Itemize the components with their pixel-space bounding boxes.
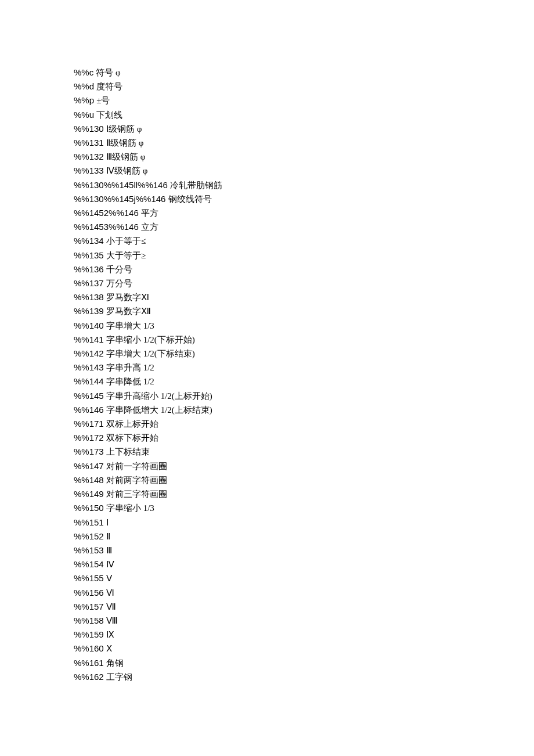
desc-text: Ⅵ <box>106 588 114 597</box>
desc-text: Ⅹ <box>106 644 112 653</box>
desc-text: Ⅱ <box>106 532 110 541</box>
line-item: %%143 字串升高 1/2 <box>74 361 534 375</box>
line-item: %%149 对前三字符画圈 <box>74 487 534 501</box>
desc-text: 对前两字符画圈 <box>106 476 167 485</box>
line-item: %%138 罗马数字Ⅺ <box>74 290 534 304</box>
line-item: %%172 双标下标开始 <box>74 431 534 445</box>
line-item: %%p ±号 <box>74 93 534 107</box>
line-item: %%142 字串增大 1/2(下标结束) <box>74 347 534 361</box>
desc-text: 上下标结束 <box>106 447 150 456</box>
line-item: %%135 大于等于≥ <box>74 249 534 262</box>
desc-text: 字串增大 1/2(下标结束) <box>106 349 195 358</box>
code-text: %%157 <box>74 602 104 611</box>
code-text: %%130 <box>74 124 104 134</box>
document-page: %%c 符号 φ%%d 度符号%%p ±号%%u 下划线%%130 Ⅰ级钢筋 φ… <box>0 0 534 684</box>
code-text: %%1452%%146 <box>74 208 139 218</box>
code-text: %%130%%145ll%%146 <box>74 180 168 190</box>
desc-text: 对前一字符画圈 <box>106 462 167 471</box>
code-text: %%141 <box>74 334 104 344</box>
line-item: %%140 字串增大 1/3 <box>74 319 534 333</box>
line-item: %%131 Ⅱ级钢筋 φ <box>74 136 534 150</box>
line-item: %%160 Ⅹ <box>74 642 534 656</box>
line-item: %%146 字串降低增大 1/2(上标结束) <box>74 403 534 417</box>
desc-text: 罗马数字Ⅻ <box>106 307 151 316</box>
desc-text: 罗马数字Ⅺ <box>106 293 149 302</box>
line-item: %%152 Ⅱ <box>74 530 534 543</box>
line-item: %%132 Ⅲ级钢筋 φ <box>74 150 534 164</box>
desc-text: 工字钢 <box>106 672 132 682</box>
line-item: %%1453%%146 立方 <box>74 220 534 234</box>
code-text: %%133 <box>74 165 104 175</box>
desc-text: 字串升高缩小 1/2(上标开始) <box>106 391 212 401</box>
desc-text: Ⅳ级钢筋 φ <box>106 166 147 175</box>
code-text: %%137 <box>74 278 104 288</box>
code-text: %%146 <box>74 405 104 415</box>
code-text: %%144 <box>74 376 104 386</box>
code-text: %%150 <box>74 503 104 513</box>
code-text: %%160 <box>74 643 104 653</box>
desc-text: 平方 <box>141 208 158 218</box>
desc-text: 字串降低 1/2 <box>106 377 154 386</box>
code-text: %%139 <box>74 306 104 316</box>
lines-container: %%c 符号 φ%%d 度符号%%p ±号%%u 下划线%%130 Ⅰ级钢筋 φ… <box>74 66 534 684</box>
desc-text: Ⅶ <box>106 602 116 611</box>
desc-text: 千分号 <box>106 265 132 274</box>
desc-text: 钢绞线符号 <box>168 195 212 204</box>
desc-text: 字串降低增大 1/2(上标结束) <box>106 405 212 415</box>
code-text: %%1453%%146 <box>74 222 139 232</box>
desc-text: 度符号 <box>96 82 122 91</box>
desc-text: 双标上标开始 <box>106 419 158 429</box>
line-item: %%156 Ⅵ <box>74 586 534 600</box>
desc-text: 万分号 <box>106 279 132 288</box>
desc-text: Ⅸ <box>106 630 114 639</box>
code-text: %%136 <box>74 264 104 274</box>
code-text: %%172 <box>74 433 104 442</box>
code-text: %%153 <box>74 545 104 555</box>
code-text: %%138 <box>74 292 104 302</box>
code-text: %%173 <box>74 447 104 456</box>
code-text: %%145 <box>74 391 104 401</box>
code-text: %%u <box>74 110 94 120</box>
desc-text: Ⅲ <box>106 546 112 555</box>
code-text: %%132 <box>74 152 104 161</box>
line-item: %%147 对前一字符画圈 <box>74 459 534 473</box>
line-item: %%1452%%146 平方 <box>74 206 534 220</box>
code-text: %%156 <box>74 588 104 597</box>
code-text: %%161 <box>74 658 104 668</box>
line-item: %%150 字串缩小 1/3 <box>74 501 534 515</box>
line-item: %%145 字串升高缩小 1/2(上标开始) <box>74 389 534 403</box>
line-item: %%158 Ⅷ <box>74 614 534 628</box>
line-item: %%151 Ⅰ <box>74 516 534 530</box>
code-text: %%147 <box>74 461 104 471</box>
desc-text: 字串升高 1/2 <box>106 363 154 372</box>
line-item: %%159 Ⅸ <box>74 628 534 642</box>
line-item: %%137 万分号 <box>74 276 534 290</box>
line-item: %%133 Ⅳ级钢筋 φ <box>74 164 534 178</box>
line-item: %%155 Ⅴ <box>74 571 534 585</box>
desc-text: Ⅲ级钢筋 φ <box>106 152 145 161</box>
desc-text: 字串缩小 1/2(下标开始) <box>106 335 195 344</box>
desc-text: 立方 <box>141 222 158 232</box>
desc-text: Ⅳ <box>106 560 114 569</box>
code-text: %%143 <box>74 362 104 372</box>
line-item: %%157 Ⅶ <box>74 600 534 614</box>
desc-text: 大于等于≥ <box>106 251 146 260</box>
desc-text: 字串缩小 1/3 <box>106 503 154 513</box>
line-item: %%171 双标上标开始 <box>74 417 534 431</box>
code-text: %%155 <box>74 573 104 583</box>
code-text: %%158 <box>74 615 104 625</box>
code-text: %%159 <box>74 629 104 639</box>
line-item: %%173 上下标结束 <box>74 445 534 459</box>
line-item: %%153 Ⅲ <box>74 543 534 557</box>
line-item: %%154 Ⅳ <box>74 557 534 571</box>
desc-text: Ⅰ <box>106 518 109 527</box>
desc-text: 角钢 <box>106 658 124 668</box>
line-item: %%148 对前两字符画圈 <box>74 473 534 487</box>
code-text: %%131 <box>74 138 104 147</box>
code-text: %%162 <box>74 672 104 682</box>
desc-text: ±号 <box>96 96 110 105</box>
code-text: %%140 <box>74 321 104 330</box>
line-item: %%162 工字钢 <box>74 670 534 684</box>
line-item: %%134 小于等于≤ <box>74 234 534 248</box>
line-item: %%139 罗马数字Ⅻ <box>74 304 534 318</box>
